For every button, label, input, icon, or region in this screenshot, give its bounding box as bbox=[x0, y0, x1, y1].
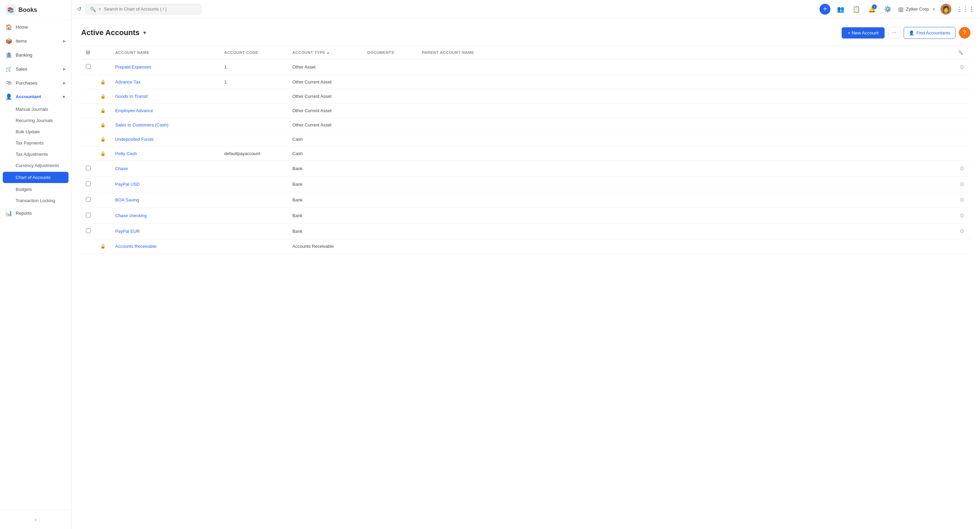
account-name-link[interactable]: Petty Cash bbox=[115, 151, 137, 156]
sidebar-item-purchases[interactable]: 🛍 Purchases ▶ bbox=[0, 76, 71, 90]
app-logo[interactable]: 📚 Books bbox=[0, 0, 71, 20]
th-lock bbox=[95, 46, 110, 59]
search-filter-dropdown[interactable]: ▼ bbox=[98, 7, 102, 11]
account-name-link[interactable]: BOA Saving bbox=[115, 198, 139, 202]
account-type-cell: Other Current Asset bbox=[288, 104, 363, 118]
row-checkbox[interactable] bbox=[86, 166, 91, 170]
sidebar-item-sales[interactable]: 🛒 Sales ▶ bbox=[0, 62, 71, 76]
search-box[interactable]: 🔍 ▼ bbox=[86, 4, 201, 14]
table-row: PayPal EURBank⚙ bbox=[81, 224, 970, 239]
row-checkbox[interactable] bbox=[86, 181, 91, 186]
sidebar-item-reports[interactable]: 📊 Reports bbox=[0, 206, 71, 220]
account-type-cell: Cash bbox=[288, 147, 363, 161]
account-name-link[interactable]: Chase bbox=[115, 166, 128, 171]
title-dropdown-button[interactable]: ▼ bbox=[142, 30, 147, 35]
topbar: ↺ 🔍 ▼ + 👥 📋 🔔 1 ⚙️ 🏢 Zylker Corp. ▼ 👩 bbox=[72, 0, 980, 18]
quick-add-button[interactable]: + bbox=[819, 4, 830, 15]
find-accountants-button[interactable]: 👤 Find Accountants bbox=[904, 27, 956, 39]
sidebar-item-transaction-locking[interactable]: Transaction Locking bbox=[0, 195, 71, 206]
account-name-link[interactable]: Employee Advance bbox=[115, 108, 153, 113]
table-row: PayPal USDBank⚙ bbox=[81, 177, 970, 192]
row-checkbox[interactable] bbox=[86, 228, 91, 233]
search-input[interactable] bbox=[104, 6, 197, 11]
documents-cell bbox=[363, 224, 417, 239]
help-label: ? bbox=[963, 30, 966, 36]
parent-account-cell bbox=[417, 118, 953, 132]
sidebar-item-tax-payments[interactable]: Tax Payments bbox=[0, 137, 71, 148]
app-name: Books bbox=[18, 6, 37, 14]
notification-badge: 1 bbox=[872, 5, 877, 9]
account-name-link[interactable]: Prepaid Expenses bbox=[115, 64, 151, 70]
account-code-cell bbox=[220, 132, 288, 147]
app-grid-button[interactable]: ⋮⋮⋮ bbox=[956, 5, 975, 13]
table-columns-icon[interactable]: ⊞ bbox=[86, 49, 91, 56]
sidebar-label-accountant: Accountant bbox=[16, 94, 41, 99]
parent-account-cell bbox=[417, 177, 953, 192]
column-search-icon[interactable]: 🔍 bbox=[958, 51, 963, 54]
row-settings-button[interactable]: ⚙ bbox=[958, 212, 966, 219]
sidebar-label-home: Home bbox=[16, 24, 28, 30]
th-account-type[interactable]: ACCOUNT TYPE ▲ bbox=[288, 46, 363, 59]
account-name-link[interactable]: Chase checking bbox=[115, 213, 147, 218]
more-options-button[interactable]: ··· bbox=[888, 27, 900, 39]
th-search-action[interactable]: 🔍 bbox=[953, 46, 970, 59]
sidebar-item-bulk-update[interactable]: Bulk Update bbox=[0, 126, 71, 137]
account-type-cell: Other Asset bbox=[288, 59, 363, 75]
sidebar-item-budgets[interactable]: Budgets bbox=[0, 184, 71, 195]
chevron-right-icon: ▶ bbox=[63, 67, 66, 71]
account-name-link[interactable]: PayPal USD bbox=[115, 182, 140, 187]
find-accountants-label: Find Accountants bbox=[916, 30, 950, 35]
account-name-link[interactable]: PayPal EUR bbox=[115, 229, 140, 234]
chart-of-accounts-label: Chart of Accounts bbox=[16, 175, 51, 180]
help-button[interactable]: ? bbox=[959, 27, 970, 38]
account-type-cell: Cash bbox=[288, 132, 363, 147]
account-name-link[interactable]: Accounts Receivable bbox=[115, 244, 156, 249]
sidebar-label-banking: Banking bbox=[16, 53, 32, 57]
sidebar-item-banking[interactable]: 🏦 Banking bbox=[0, 48, 71, 62]
account-name-link[interactable]: Sales to Customers (Cash) bbox=[115, 123, 168, 127]
avatar[interactable]: 👩 bbox=[940, 4, 951, 15]
parent-account-cell bbox=[417, 132, 953, 147]
sidebar: 📚 Books 🏠 Home 📦 Items ▶ 🏦 Banking 🛒 Sal… bbox=[0, 0, 72, 529]
sidebar-item-manual-journals[interactable]: Manual Journals bbox=[0, 104, 71, 115]
account-name-link[interactable]: Goods In Transit bbox=[115, 94, 148, 99]
account-name-link[interactable]: Advance Tax bbox=[115, 80, 140, 84]
table-row: Chase checkingBank⚙ bbox=[81, 208, 970, 224]
sidebar-item-recurring-journals[interactable]: Recurring Journals bbox=[0, 115, 71, 126]
table-row: 🔒Goods In TransitOther Current Asset bbox=[81, 89, 970, 104]
sidebar-item-chart-of-accounts[interactable]: Chart of Accounts bbox=[3, 172, 68, 183]
row-checkbox[interactable] bbox=[86, 197, 91, 202]
chevron-right-icon: ▶ bbox=[63, 81, 66, 85]
row-settings-button[interactable]: ⚙ bbox=[958, 197, 966, 203]
sidebar-item-home[interactable]: 🏠 Home bbox=[0, 20, 71, 34]
tax-payments-label: Tax Payments bbox=[16, 140, 44, 145]
row-settings-button[interactable]: ⚙ bbox=[958, 228, 966, 234]
table-row: 🔒Undeposited FundsCash bbox=[81, 132, 970, 147]
chevron-down-icon: ▼ bbox=[62, 95, 66, 99]
sidebar-item-items[interactable]: 📦 Items ▶ bbox=[0, 34, 71, 48]
account-type-cell: Other Current Asset bbox=[288, 89, 363, 104]
manual-journals-label: Manual Journals bbox=[16, 107, 48, 112]
account-name-link[interactable]: Undeposited Funds bbox=[115, 137, 154, 142]
row-settings-button[interactable]: ⚙ bbox=[958, 64, 966, 70]
row-checkbox[interactable] bbox=[86, 213, 91, 217]
account-code-cell bbox=[220, 239, 288, 253]
row-checkbox[interactable] bbox=[86, 64, 91, 69]
account-type-header: ACCOUNT TYPE bbox=[293, 51, 325, 54]
sidebar-item-accountant[interactable]: 👤 Accountant ▼ bbox=[0, 90, 71, 104]
documents-cell bbox=[363, 59, 417, 75]
settings-button[interactable]: ⚙️ bbox=[882, 4, 893, 15]
tasks-button[interactable]: 📋 bbox=[851, 4, 862, 15]
sidebar-item-tax-adjustments[interactable]: Tax Adjustments bbox=[0, 148, 71, 160]
sidebar-item-currency-adjustments[interactable]: Currency Adjustments bbox=[0, 160, 71, 171]
contacts-button[interactable]: 👥 bbox=[835, 4, 846, 15]
notifications-button[interactable]: 🔔 1 bbox=[867, 4, 877, 15]
accounts-table: ⊞ ACCOUNT NAME ACCOUNT CODE ACCOUNT TYPE… bbox=[81, 46, 970, 253]
refresh-button[interactable]: ↺ bbox=[77, 6, 81, 12]
new-account-button[interactable]: + New Account bbox=[842, 27, 885, 38]
collapse-sidebar-button[interactable]: ‹ bbox=[0, 514, 71, 526]
row-settings-button[interactable]: ⚙ bbox=[958, 181, 966, 188]
row-settings-button[interactable]: ⚙ bbox=[958, 165, 966, 172]
org-switcher[interactable]: 🏢 Zylker Corp. ▼ bbox=[898, 6, 936, 12]
account-type-sort[interactable]: ACCOUNT TYPE ▲ bbox=[293, 51, 330, 54]
